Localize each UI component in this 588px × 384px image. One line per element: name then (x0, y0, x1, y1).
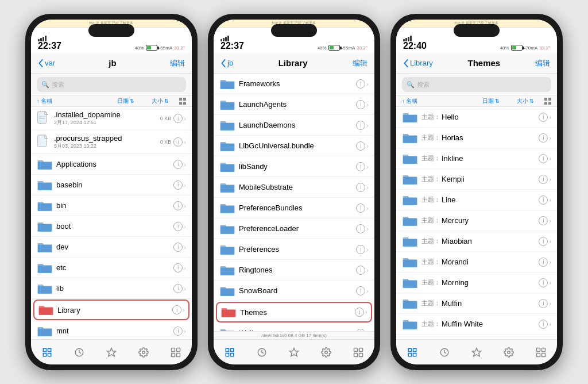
list-item[interactable]: 主题： Hello i › (396, 107, 557, 128)
back-button[interactable]: jb (220, 59, 233, 67)
list-item[interactable]: Ringtones i › (214, 260, 374, 281)
info-button[interactable]: i (539, 133, 548, 143)
info-button[interactable]: i (539, 299, 548, 308)
list-item[interactable]: 主题： Puff i › (396, 335, 557, 339)
list-item[interactable]: PreferenceBundles i › (214, 198, 374, 218)
info-button[interactable]: i (356, 245, 365, 254)
list-item-highlighted[interactable]: Themes i › (216, 302, 372, 322)
info-button[interactable]: i (539, 113, 548, 122)
tab-browse[interactable] (42, 347, 52, 358)
info-button[interactable]: i (356, 224, 365, 233)
info-button[interactable]: i (539, 258, 548, 267)
info-button[interactable]: i (173, 181, 183, 190)
list-item[interactable]: Wallpaper i › (214, 323, 374, 331)
back-button[interactable]: var (38, 59, 55, 67)
info-button[interactable]: i (356, 203, 365, 213)
info-button[interactable]: i (539, 216, 548, 225)
info-button[interactable]: i (539, 237, 548, 246)
col-grid[interactable] (540, 97, 551, 105)
list-item[interactable]: Applications i › (31, 154, 192, 175)
info-button[interactable]: i (173, 160, 183, 169)
list-item[interactable]: 主题： Horias i › (396, 128, 557, 148)
list-item[interactable]: bin i › (31, 195, 192, 216)
list-item[interactable]: MobileSubstrate i › (214, 177, 374, 198)
list-item[interactable]: 主题： Morandi i › (396, 252, 557, 272)
edit-button[interactable]: 编辑 (535, 58, 550, 68)
info-button[interactable]: i (173, 327, 183, 336)
tab-favorites[interactable] (106, 347, 117, 358)
list-item[interactable]: 主题： Mercury i › (396, 210, 557, 231)
tab-files[interactable] (353, 347, 363, 358)
search-input[interactable]: 🔍 搜索 (402, 77, 551, 92)
list-item[interactable]: dev i › (31, 237, 192, 258)
search-input[interactable]: 🔍 搜索 (37, 77, 186, 92)
list-item[interactable]: Frameworks i › (214, 74, 374, 94)
tab-favorites[interactable] (289, 347, 299, 358)
list-item[interactable]: basebin i › (31, 175, 192, 195)
list-item-highlighted[interactable]: Library i › (33, 299, 189, 320)
tab-settings[interactable] (321, 347, 331, 358)
tab-favorites[interactable] (471, 347, 482, 358)
info-button[interactable]: i (539, 154, 548, 163)
tab-settings[interactable] (138, 347, 149, 358)
tab-files[interactable] (171, 347, 181, 358)
tab-settings[interactable] (504, 347, 514, 358)
list-item[interactable]: LaunchDaemons i › (214, 115, 374, 136)
list-item[interactable]: 主题： Kempii i › (396, 169, 557, 190)
list-item[interactable]: PreferenceLoader i › (214, 218, 374, 239)
info-button[interactable]: i (539, 175, 548, 184)
info-button[interactable]: i (355, 308, 364, 317)
info-button[interactable]: i (356, 162, 365, 171)
col-name[interactable]: ↑ 名稱 (402, 97, 482, 105)
col-size[interactable]: 大小 ⇅ (152, 97, 175, 105)
info-button[interactable]: i (173, 137, 183, 147)
list-item[interactable]: .procursus_strapped 5月03, 2023 10:22 0 K… (31, 130, 192, 154)
info-button[interactable]: i (356, 183, 365, 192)
info-button[interactable]: i (173, 201, 183, 210)
list-item[interactable]: LibGcUniversal.bundle i › (214, 136, 374, 156)
list-item[interactable]: 主题： Muffin i › (396, 293, 557, 314)
info-button[interactable]: i (173, 243, 183, 252)
list-item[interactable]: 主题： Inkline i › (396, 148, 557, 169)
list-item[interactable]: mnt i › (31, 321, 192, 339)
info-button[interactable]: i (539, 278, 548, 287)
list-item[interactable]: 主题： Line i › (396, 190, 557, 210)
info-button[interactable]: i (172, 305, 181, 314)
list-item[interactable]: 主题： Miaobian i › (396, 231, 557, 252)
tab-recents[interactable] (74, 347, 84, 358)
info-button[interactable]: i (356, 100, 365, 109)
info-button[interactable]: i (356, 286, 365, 295)
info-button[interactable]: i (356, 121, 365, 130)
info-button[interactable]: i (173, 263, 183, 272)
col-name[interactable]: ↑ 名稱 (37, 97, 117, 105)
edit-button[interactable]: 编辑 (353, 58, 368, 68)
info-button[interactable]: i (356, 141, 365, 151)
list-item[interactable]: .installed_dopamine 2月17, 2024 12:51 0 K… (31, 107, 192, 130)
tab-recents[interactable] (257, 347, 267, 358)
list-item[interactable]: LaunchAgents i › (214, 94, 374, 115)
col-grid[interactable] (175, 97, 186, 105)
tab-recents[interactable] (439, 347, 450, 358)
col-date[interactable]: 日期 ⇅ (117, 97, 152, 105)
list-item[interactable]: Preferences i › (214, 239, 374, 260)
tab-browse[interactable] (225, 347, 235, 358)
tab-browse[interactable] (407, 347, 417, 358)
info-button[interactable]: i (539, 195, 548, 205)
edit-button[interactable]: 编辑 (170, 58, 185, 68)
info-button[interactable]: i (356, 266, 365, 275)
info-button[interactable]: i (539, 320, 548, 329)
col-size[interactable]: 大小 ⇅ (517, 97, 540, 105)
info-button[interactable]: i (173, 114, 183, 123)
list-item[interactable]: 主题： Morning i › (396, 272, 557, 293)
list-item[interactable]: etc i › (31, 258, 192, 278)
back-button[interactable]: Library (403, 59, 433, 67)
list-item[interactable]: lib i › (31, 278, 192, 299)
col-date[interactable]: 日期 ⇅ (482, 97, 517, 105)
list-item[interactable]: boot i › (31, 216, 192, 237)
list-item[interactable]: 主题： Muffin White i › (396, 314, 557, 335)
info-button[interactable]: i (356, 79, 365, 89)
list-item[interactable]: SnowBoard i › (214, 281, 374, 301)
info-button[interactable]: i (173, 222, 183, 231)
list-item[interactable]: libSandy i › (214, 156, 374, 177)
info-button[interactable]: i (173, 284, 183, 293)
